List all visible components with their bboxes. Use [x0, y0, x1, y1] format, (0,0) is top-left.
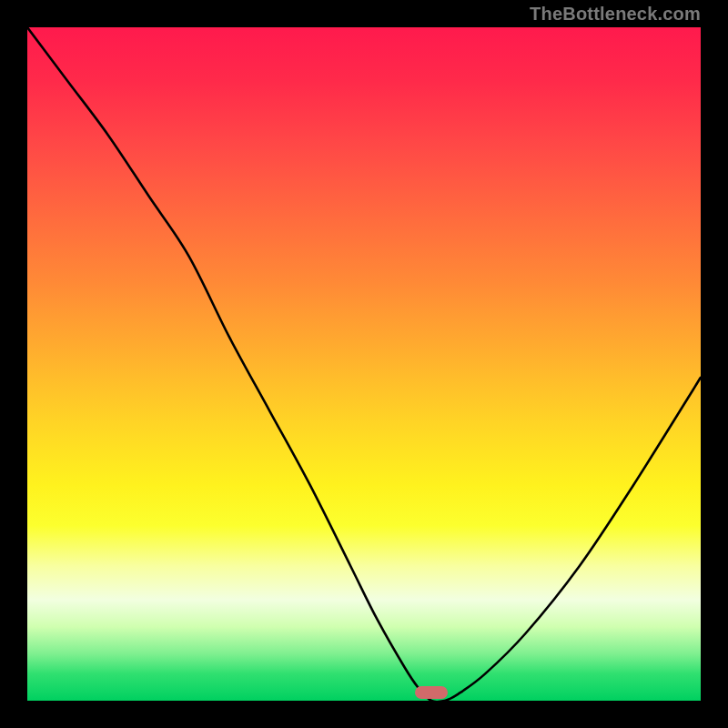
chart-frame: TheBottleneck.com: [0, 0, 728, 728]
chart-plot-area: [27, 27, 701, 701]
bottleneck-curve: [27, 27, 701, 701]
watermark-text: TheBottleneck.com: [530, 4, 701, 25]
optimum-marker: [415, 686, 448, 699]
